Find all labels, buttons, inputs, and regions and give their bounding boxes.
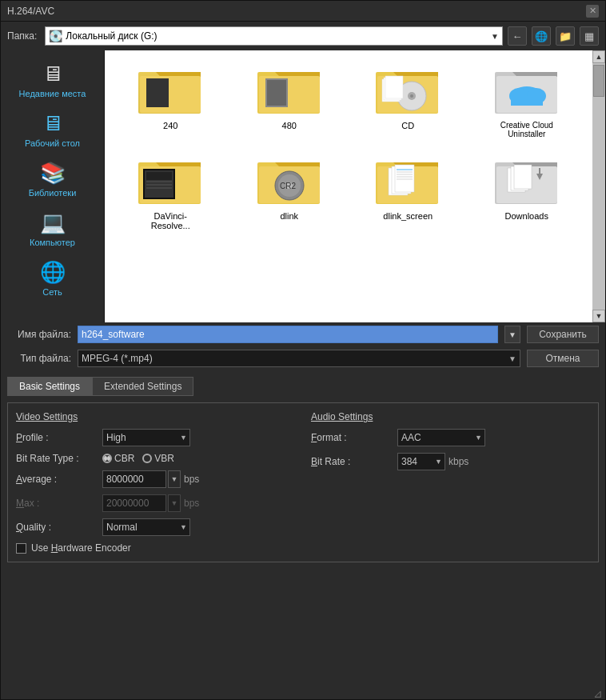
svg-rect-61 — [539, 168, 540, 174]
max-dropdown-icon: ▼ — [168, 494, 181, 512]
average-unit: bps — [184, 474, 199, 485]
folder-item-creative-cloud[interactable]: Creative Cloud Uninstaller — [471, 60, 584, 144]
scroll-thumb[interactable] — [593, 65, 604, 97]
location-bar-drive-icon: 💽 — [49, 30, 62, 42]
sidebar-item-libraries[interactable]: 📚 Библиотеки — [1, 156, 104, 202]
profile-select-wrapper: Baseline Main High ▼ — [102, 429, 190, 446]
audio-bitrate-select[interactable]: 128 192 256 320 384 — [397, 453, 445, 470]
audio-bitrate-row: Bit Rate : 128 192 256 320 384 ▼ — [311, 453, 590, 470]
window-title: H.264/AVC — [7, 6, 54, 17]
view-toggle-button[interactable]: ▦ — [580, 26, 599, 46]
folder-item-dlink[interactable]: CR2 dlink — [233, 150, 346, 236]
audio-bitrate-label: Bit Rate : — [311, 456, 391, 467]
average-input[interactable] — [102, 470, 166, 488]
file-type-label: Тип файла: — [7, 353, 71, 364]
folder-label-dlink: dlink — [280, 211, 298, 221]
svg-rect-10 — [267, 80, 286, 106]
folder-label: Папка: — [7, 30, 37, 42]
file-name-dropdown[interactable]: ▼ — [504, 326, 520, 343]
video-settings-title: Video Settings — [16, 411, 295, 422]
file-name-label: Имя файла: — [7, 329, 71, 340]
vbr-label: VBR — [154, 453, 174, 464]
quality-row: Quality : Low Normal High ▼ — [16, 518, 295, 536]
quality-select[interactable]: Low Normal High — [102, 518, 190, 536]
sidebar-item-desktop[interactable]: 🖥 Рабочий стол — [1, 106, 104, 153]
average-row: Average : ▼ bps — [16, 470, 295, 488]
folder-item-dlink-screen[interactable]: dlink_screen — [352, 150, 464, 236]
sidebar-label-recent: Недавние места — [19, 89, 86, 98]
location-bar[interactable]: 💽 Локальный диск (G:) ▼ — [45, 26, 503, 46]
close-button[interactable]: ✕ — [586, 5, 599, 18]
folder-item-downloads[interactable]: Downloads — [471, 150, 584, 236]
tab-basic-settings[interactable]: Basic Settings — [7, 377, 92, 396]
file-type-dropdown-icon[interactable]: ▼ — [508, 354, 516, 363]
scrollbar[interactable]: ▲ ▼ — [592, 50, 605, 322]
sidebar-label-desktop: Рабочий стол — [25, 138, 80, 148]
desktop-icon: 🖥 — [42, 111, 63, 136]
format-select-wrapper: AAC MP3 ▼ — [397, 429, 485, 446]
bitrate-type-radio-group: CBR VBR — [102, 453, 174, 464]
location-dropdown-icon[interactable]: ▼ — [491, 32, 499, 41]
average-dropdown-icon[interactable]: ▼ — [168, 470, 181, 488]
svg-rect-32 — [146, 172, 172, 180]
hw-encoder-row: Use Hardware Encoder — [16, 542, 295, 554]
profile-select[interactable]: Baseline Main High — [102, 429, 190, 446]
file-type-row: Тип файла: MPEG-4 (*.mp4) ▼ Отмена — [1, 346, 605, 370]
file-name-input[interactable] — [78, 326, 498, 343]
average-label: Average : — [16, 474, 96, 485]
cbr-label: CBR — [114, 453, 134, 464]
location-bar-text: Локальный диск (G:) — [66, 30, 157, 42]
file-type-value: MPEG-4 (*.mp4) — [82, 353, 153, 364]
folder-item-480[interactable]: 480 — [233, 60, 346, 144]
audio-bitrate-unit: kbps — [449, 456, 468, 467]
settings-tabs: Basic Settings Extended Settings — [7, 377, 599, 396]
sidebar-item-recent[interactable]: 🖥 Недавние места — [1, 57, 104, 103]
nav-back-button[interactable]: ← — [508, 26, 527, 46]
max-unit: bps — [184, 498, 199, 509]
bitrate-type-label: Bit Rate Type : — [16, 453, 96, 464]
browser-main: 🖥 Недавние места 🖥 Рабочий стол 📚 Библио… — [1, 50, 605, 322]
settings-panel: Basic Settings Extended Settings Video S… — [1, 370, 605, 569]
folder-label-cd: CD — [401, 121, 414, 130]
bitrate-type-row: Bit Rate Type : CBR VBR — [16, 453, 295, 464]
video-settings-group: Video Settings Profile : Baseline Main H… — [16, 411, 295, 554]
nav-web-button[interactable]: 🌐 — [532, 26, 551, 46]
svg-rect-5 — [146, 78, 169, 107]
save-button[interactable]: Сохранить — [527, 326, 599, 343]
sidebar-item-network[interactable]: 🌐 Сеть — [1, 255, 104, 302]
quality-select-wrapper: Low Normal High ▼ — [102, 518, 190, 536]
title-bar: H.264/AVC ✕ — [1, 1, 605, 22]
svg-point-16 — [410, 94, 413, 98]
svg-text:CR2: CR2 — [280, 182, 296, 190]
resize-handle[interactable]: ⊿ — [593, 687, 604, 698]
computer-icon: 💻 — [40, 210, 66, 235]
new-folder-button[interactable]: 📁 — [556, 26, 575, 46]
audio-bitrate-select-wrapper: 128 192 256 320 384 ▼ — [397, 453, 445, 470]
svg-rect-19 — [385, 76, 403, 98]
max-label: Max : — [16, 498, 96, 509]
folder-item-cd[interactable]: CD — [352, 60, 464, 144]
folder-label-cc: Creative Cloud Uninstaller — [500, 121, 553, 138]
file-name-row: Имя файла: ▼ Сохранить — [1, 322, 605, 346]
hw-encoder-checkbox[interactable] — [16, 543, 26, 554]
cbr-radio[interactable]: CBR — [102, 453, 134, 464]
tab-extended-settings[interactable]: Extended Settings — [92, 377, 193, 396]
folder-label-480: 480 — [282, 121, 297, 130]
max-input — [102, 494, 166, 512]
network-icon: 🌐 — [40, 260, 66, 285]
folder-item-240[interactable]: 240 — [114, 60, 227, 144]
sidebar-label-computer: Компьютер — [30, 238, 75, 247]
profile-label: Profile : — [16, 432, 96, 443]
hw-encoder-label: Use Hardware Encoder — [31, 542, 131, 554]
vbr-radio[interactable]: VBR — [142, 453, 174, 464]
folder-label-downloads: Downloads — [505, 211, 548, 221]
scroll-up-button[interactable]: ▲ — [592, 50, 605, 63]
folder-label-dlink-screen: dlink_screen — [383, 211, 433, 221]
scroll-down-button[interactable]: ▼ — [592, 310, 605, 322]
folder-item-davinci[interactable]: DaVinci-Resolve... — [114, 150, 227, 236]
vbr-radio-btn[interactable] — [142, 454, 152, 463]
sidebar-item-computer[interactable]: 💻 Компьютер — [1, 206, 104, 252]
cancel-button[interactable]: Отмена — [527, 350, 599, 367]
format-select[interactable]: AAC MP3 — [397, 429, 485, 446]
cbr-radio-btn[interactable] — [102, 454, 112, 463]
